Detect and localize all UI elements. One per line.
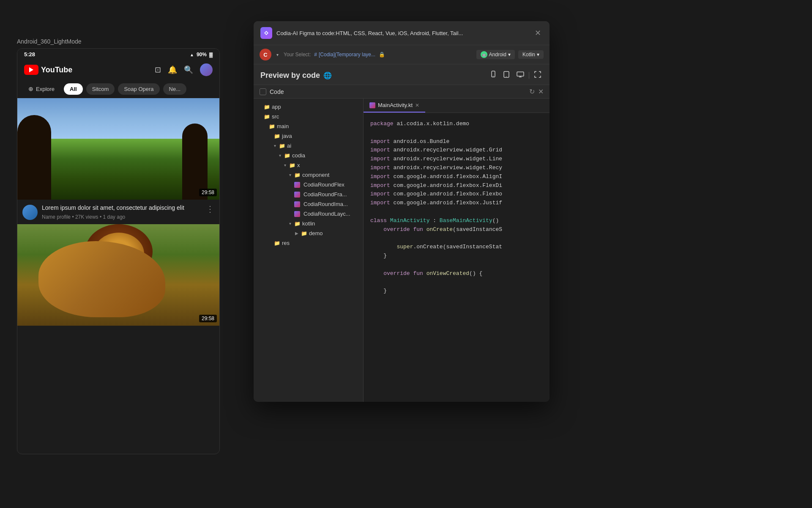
code-panel-close-button[interactable]: ✕	[538, 88, 544, 96]
status-right: 90%	[190, 52, 213, 58]
tree-item-label: ai	[287, 143, 291, 149]
notification-icon[interactable]: 🔔	[168, 65, 177, 74]
folder-icon: 📁	[274, 133, 280, 139]
tree-item-component[interactable]: ▾ 📁 component	[254, 170, 363, 180]
tree-item-codiaroundlayc[interactable]: CodiaRoundLayc...	[254, 209, 363, 219]
language-dropdown-icon: ▾	[537, 52, 539, 58]
code-editor: MainActivity.kt ✕ package ai.codia.x.kot…	[364, 99, 550, 402]
tree-item-codiaroundima[interactable]: CodiaRoundIma...	[254, 199, 363, 209]
code-content[interactable]: package ai.codia.x.kotlin.demo import an…	[364, 113, 550, 402]
video-item-1: 29:58 Lorem ipsum dolor sit amet, consec…	[17, 98, 219, 224]
tree-item-label: kotlin	[302, 220, 315, 227]
plugin-toolbar: C Your Select: [Codia](Temporary laye...…	[254, 45, 550, 64]
video-thumbnail-2[interactable]: 29:58	[17, 224, 220, 326]
all-tab[interactable]: All	[64, 83, 83, 95]
plugin-close-button[interactable]: ✕	[533, 28, 543, 38]
android-platform-selector[interactable]: 🤖 Android ▾	[476, 50, 515, 59]
tree-item-ai[interactable]: ▾ 📁 ai	[254, 141, 363, 151]
chevron-down-icon: ▾	[277, 153, 282, 158]
wifi-icon	[190, 52, 194, 58]
code-line-oncreate: override fun onCreate(savedInstanceS	[370, 225, 543, 234]
chevron-right-icon: ▶	[294, 231, 299, 236]
folder-icon: 📁	[264, 104, 270, 110]
code-line-import-4: import androidx.recyclerview.widget.Recy	[370, 164, 543, 173]
plugin-window: Codia-AI Figma to code:HTML, CSS, React,…	[254, 21, 550, 402]
video-duration-2: 29:58	[199, 315, 217, 322]
video-thumbnail-1[interactable]: 29:58	[17, 98, 220, 200]
tree-item-codiaroundfra[interactable]: CodiaRoundFra...	[254, 189, 363, 199]
channel-avatar-1[interactable]	[22, 205, 38, 220]
plugin-logo-icon	[260, 27, 272, 39]
tree-item-kotlin[interactable]: ▾ 📁 kotlin	[254, 219, 363, 228]
tree-item-src[interactable]: 📁 src	[254, 112, 363, 121]
youtube-header: YouTube ⊡ 🔔 🔍	[17, 60, 219, 80]
video-more-button-1[interactable]: ⋮	[206, 204, 214, 214]
lock-icon: 🔒	[379, 52, 385, 58]
youtube-actions[interactable]: ⊡ 🔔 🔍	[155, 63, 213, 76]
platform-label: Android	[489, 52, 506, 58]
tablet-view-button[interactable]	[502, 69, 512, 81]
tree-item-res[interactable]: 📁 res	[254, 238, 363, 248]
code-line-import-5: import com.google.android.flexbox.AlignI	[370, 173, 543, 181]
tree-item-demo[interactable]: ▶ 📁 demo	[254, 228, 363, 238]
mobile-view-button[interactable]	[488, 69, 498, 81]
active-file-tab[interactable]: MainActivity.kt ✕	[364, 99, 425, 113]
desktop-view-button[interactable]	[515, 69, 525, 81]
preview-title-text: Preview by code	[260, 71, 320, 80]
code-line-super: super.onCreate(savedInstanceStat	[370, 243, 543, 252]
user-avatar[interactable]	[200, 63, 213, 76]
youtube-logo: YouTube	[24, 65, 72, 75]
chevron-down-icon: ▾	[287, 221, 293, 226]
layer-badge: [Codia](Temporary laye...	[314, 52, 375, 58]
folder-icon: 📁	[294, 221, 301, 227]
tree-item-main[interactable]: 📁 main	[254, 121, 363, 131]
soap-opera-tab[interactable]: Soap Opera	[118, 83, 159, 95]
code-line-blank-3	[370, 234, 543, 243]
view-divider	[529, 72, 529, 79]
kotlin-language-selector[interactable]: Kotlin ▾	[518, 50, 544, 59]
code-line-1: package ai.codia.x.kotlin.demo	[370, 120, 543, 129]
more-tab[interactable]: Ne...	[163, 83, 186, 95]
tree-decoration-left	[17, 115, 51, 200]
active-file-name: MainActivity.kt	[378, 102, 413, 108]
sitcom-tab[interactable]: Sitcom	[86, 83, 115, 95]
fullscreen-button[interactable]	[533, 69, 543, 81]
code-line-import-8: import com.google.android.flexbox.Justif	[370, 199, 543, 208]
battery-icon	[209, 52, 213, 58]
code-line-import-3: import androidx.recyclerview.widget.Line	[370, 155, 543, 164]
tab-close-button[interactable]: ✕	[415, 102, 419, 108]
user-dropdown[interactable]	[275, 52, 280, 58]
tree-item-java[interactable]: 📁 java	[254, 131, 363, 141]
code-checkbox[interactable]	[260, 88, 266, 95]
folder-icon: 📁	[301, 231, 307, 236]
search-icon[interactable]: 🔍	[184, 65, 193, 74]
folder-icon: 📁	[264, 114, 270, 120]
tree-item-x[interactable]: ▾ 📁 x	[254, 160, 363, 170]
user-avatar-badge[interactable]: C	[260, 49, 271, 60]
kotlin-file-icon	[294, 201, 300, 207]
folder-icon: 📁	[284, 153, 290, 159]
tree-item-label: java	[282, 133, 292, 139]
phone-screen: 5:28 90% YouTube ⊡ 🔔 🔍 Explore All	[17, 48, 220, 454]
explore-tab[interactable]: Explore	[22, 83, 60, 95]
youtube-wordmark: YouTube	[41, 66, 72, 74]
video-title-1: Lorem ipsum dolor sit amet, consectetur …	[42, 204, 202, 212]
tree-item-codiaroundflex[interactable]: CodiaRoundFlex	[254, 180, 363, 189]
svg-point-5	[506, 76, 506, 77]
channel-name-1: Name profile	[42, 214, 71, 220]
battery-percent: 90%	[197, 52, 207, 58]
folder-icon: 📁	[294, 172, 301, 178]
refresh-button[interactable]: ↻	[529, 88, 535, 96]
code-line-brace-2: }	[370, 287, 543, 296]
preview-section: Preview by code 🌐	[254, 64, 550, 85]
tree-item-label: x	[297, 162, 300, 168]
separator: •	[72, 214, 75, 220]
tree-item-app[interactable]: 📁 app	[254, 102, 363, 112]
cast-icon[interactable]: ⊡	[155, 65, 161, 74]
plugin-title: Codia-AI Figma to code:HTML, CSS, React,…	[276, 30, 528, 36]
android-logo-icon: 🤖	[481, 51, 487, 58]
tree-item-label: CodiaRoundLayc...	[303, 211, 350, 217]
tree-item-codia[interactable]: ▾ 📁 codia	[254, 151, 363, 160]
code-line-blank-4	[370, 261, 543, 269]
phone-preview: Android_360_LightMode 5:28 90% YouTube ⊡…	[17, 38, 228, 495]
